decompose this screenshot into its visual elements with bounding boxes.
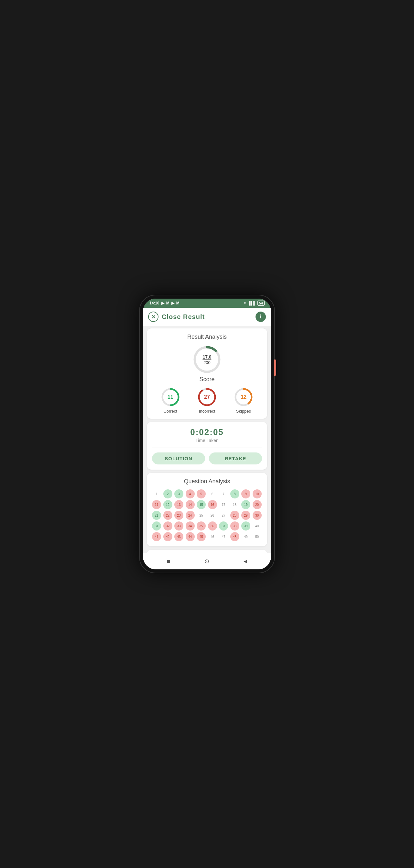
question-item-15[interactable]: 15 [197, 500, 206, 509]
time-value: 0:02:05 [152, 427, 262, 437]
scroll-area[interactable]: Result Analysis 17.0 200 Score [143, 326, 271, 553]
close-button[interactable]: ✕ [148, 312, 159, 322]
time-card: 0:02:05 Time Taken SOLUTION RETAKE [147, 422, 267, 470]
correct-label: Correct [163, 409, 177, 413]
question-item-47[interactable]: 47 [219, 532, 228, 541]
question-item-16[interactable]: 16 [208, 500, 217, 509]
bottom-nav: ■ ⊙ ◄ [143, 553, 271, 569]
skipped-label: Skipped [236, 409, 251, 413]
question-item-14[interactable]: 14 [186, 500, 195, 509]
question-item-37[interactable]: 37 [219, 522, 228, 530]
question-item-41[interactable]: 41 [152, 532, 161, 541]
correct-value: 11 [168, 394, 173, 400]
question-item-34[interactable]: 34 [186, 522, 195, 530]
question-item-9[interactable]: 9 [241, 489, 250, 498]
score-label: Score [152, 376, 262, 383]
question-item-17[interactable]: 17 [219, 500, 228, 509]
phone-screen: 14:10 ▶ M ▶ M ✦ ▐▌▌ 54 ✕ Close Result i [143, 299, 271, 569]
side-button [274, 360, 276, 376]
skipped-value: 12 [241, 394, 246, 400]
question-item-6[interactable]: 6 [208, 489, 217, 498]
question-item-12[interactable]: 12 [163, 500, 172, 509]
question-item-11[interactable]: 11 [152, 500, 161, 509]
bluetooth-icon: ✦ [243, 301, 246, 305]
solution-button[interactable]: SOLUTION [152, 453, 205, 464]
nav-home-button[interactable]: ⊙ [202, 556, 212, 566]
question-item-22[interactable]: 22 [163, 511, 172, 520]
question-item-20[interactable]: 20 [252, 500, 262, 509]
question-item-4[interactable]: 4 [186, 489, 195, 498]
time-label: Time Taken [152, 438, 262, 443]
question-item-13[interactable]: 13 [174, 500, 183, 509]
play-icon-2: ▶ [171, 301, 174, 305]
question-item-35[interactable]: 35 [197, 522, 206, 530]
question-item-49[interactable]: 49 [241, 532, 250, 541]
question-item-50[interactable]: 50 [252, 532, 262, 541]
signal-icon: ▐▌▌ [248, 301, 256, 305]
question-item-18[interactable]: 18 [230, 500, 239, 509]
question-item-30[interactable]: 30 [252, 511, 262, 520]
question-item-48[interactable]: 48 [230, 532, 239, 541]
correct-circle: 11 [161, 388, 180, 407]
nav-back-button[interactable]: ◄ [241, 556, 250, 566]
mail-icon-2: M [176, 301, 179, 305]
question-item-8[interactable]: 8 [230, 489, 239, 498]
score-numerator: 17.0 [203, 354, 211, 360]
question-item-7[interactable]: 7 [219, 489, 228, 498]
question-item-40[interactable]: 40 [252, 522, 262, 530]
header-title: Close Result [162, 313, 205, 321]
question-item-27[interactable]: 27 [219, 511, 228, 520]
incorrect-stat: 27 Incorrect [197, 388, 217, 413]
header: ✕ Close Result i [143, 308, 271, 326]
mail-icon: M [166, 301, 170, 305]
question-analysis-title: Question Analysis [152, 478, 262, 485]
question-item-38[interactable]: 38 [230, 522, 239, 530]
question-item-45[interactable]: 45 [197, 532, 206, 541]
question-item-36[interactable]: 36 [208, 522, 217, 530]
incorrect-circle: 27 [197, 388, 217, 407]
status-left: 14:10 ▶ M ▶ M [149, 301, 179, 305]
result-analysis-card: Result Analysis 17.0 200 Score [147, 329, 267, 419]
question-item-32[interactable]: 32 [163, 522, 172, 530]
nav-square-button[interactable]: ■ [164, 556, 173, 566]
question-item-5[interactable]: 5 [197, 489, 206, 498]
question-item-43[interactable]: 43 [174, 532, 183, 541]
question-item-3[interactable]: 3 [174, 489, 183, 498]
battery-icon: 54 [257, 301, 265, 306]
info-button[interactable]: i [255, 312, 266, 322]
question-item-1[interactable]: 1 [152, 489, 161, 498]
question-item-21[interactable]: 21 [152, 511, 161, 520]
correct-stat: 11 Correct [161, 388, 180, 413]
time-display: 14:10 [149, 301, 160, 305]
score-circle-wrap: 17.0 200 [152, 345, 262, 374]
retake-button[interactable]: RETAKE [209, 453, 262, 464]
incorrect-label: Incorrect [199, 409, 215, 413]
phone-device: 14:10 ▶ M ▶ M ✦ ▐▌▌ 54 ✕ Close Result i [139, 295, 275, 573]
skipped-stat: 12 Skipped [234, 388, 253, 413]
question-item-23[interactable]: 23 [174, 511, 183, 520]
question-grid: 1234567891011121314151617181920212223242… [152, 489, 262, 541]
question-item-24[interactable]: 24 [186, 511, 195, 520]
status-right: ✦ ▐▌▌ 54 [243, 301, 265, 306]
incorrect-value: 27 [204, 394, 210, 400]
question-item-19[interactable]: 19 [241, 500, 250, 509]
question-item-44[interactable]: 44 [186, 532, 195, 541]
question-item-31[interactable]: 31 [152, 522, 161, 530]
stats-row: 11 Correct 27 Incorrect [152, 388, 262, 413]
skipped-circle: 12 [234, 388, 253, 407]
question-item-29[interactable]: 29 [241, 511, 250, 520]
question-item-25[interactable]: 25 [197, 511, 206, 520]
result-chart-card: Result Chart [147, 550, 267, 553]
question-item-46[interactable]: 46 [208, 532, 217, 541]
question-item-10[interactable]: 10 [252, 489, 262, 498]
score-circle-inner: 17.0 200 [203, 354, 211, 365]
score-denominator: 200 [203, 360, 211, 365]
question-item-26[interactable]: 26 [208, 511, 217, 520]
question-item-39[interactable]: 39 [241, 522, 250, 530]
question-item-28[interactable]: 28 [230, 511, 239, 520]
question-item-42[interactable]: 42 [163, 532, 172, 541]
header-left: ✕ Close Result [148, 312, 205, 322]
question-item-2[interactable]: 2 [163, 489, 172, 498]
status-bar: 14:10 ▶ M ▶ M ✦ ▐▌▌ 54 [143, 299, 271, 308]
question-item-33[interactable]: 33 [174, 522, 183, 530]
